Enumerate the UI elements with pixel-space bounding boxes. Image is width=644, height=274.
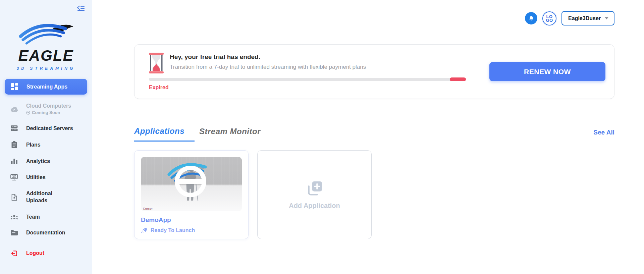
sidebar-item-analytics[interactable]: Analytics	[0, 155, 92, 167]
sidebar-item-streaming-apps[interactable]: Streaming Apps	[5, 79, 87, 95]
applications-grid: Cursor DemoApp Ready To Launch Add A	[134, 150, 614, 239]
avatar-text: LOGO	[545, 15, 554, 22]
sidebar-item-label: Analytics	[26, 158, 50, 164]
file-upload-icon	[10, 194, 18, 201]
launch-ring-icon	[175, 166, 206, 197]
sidebar-item-label: Additional Uploads	[26, 190, 66, 204]
trial-subtitle: Transition from a 7-day trial to unlimit…	[170, 64, 366, 70]
sidebar-nav: Streaming Apps Cloud Computers Coming So…	[0, 79, 92, 260]
topbar: LOGO Eagle3Duser	[134, 11, 614, 25]
coming-soon-label: Coming Soon	[32, 110, 60, 115]
collapse-sidebar-icon[interactable]	[76, 5, 85, 13]
logout-label: Logout	[26, 250, 44, 256]
brand-wordmark: EAGLE	[0, 47, 92, 64]
layers-plus-icon	[306, 180, 324, 198]
sidebar: EAGLE 3D STREAMING Streaming Apps Cloud …	[0, 0, 92, 274]
sidebar-item-plans[interactable]: Plans	[0, 139, 92, 151]
see-all-link[interactable]: See All	[593, 129, 614, 141]
clipboard-icon	[10, 141, 18, 148]
sidebar-item-documentation[interactable]: Documentation	[0, 227, 92, 238]
server-stack-icon	[10, 125, 18, 131]
sidebar-item-team[interactable]: Team	[0, 211, 92, 223]
hourglass-icon	[149, 53, 164, 73]
username: Eagle3Duser	[568, 15, 601, 21]
app-thumbnail: Cursor	[141, 157, 242, 211]
sidebar-item-label: Plans	[26, 142, 41, 148]
bell-icon	[528, 15, 534, 21]
add-application-card[interactable]: Add Application	[257, 150, 372, 239]
trial-status-label: Expired	[149, 85, 466, 91]
brand-logo: EAGLE 3D STREAMING	[0, 17, 92, 71]
notifications-button[interactable]	[525, 12, 537, 24]
sidebar-item-label: Streaming Apps	[26, 84, 67, 90]
avatar[interactable]: LOGO	[542, 11, 556, 25]
people-group-icon	[10, 214, 18, 220]
app-card-demoapp[interactable]: Cursor DemoApp Ready To Launch	[134, 150, 249, 239]
trial-banner-info: Hey, your free trial has ended. Transiti…	[149, 53, 466, 91]
coming-soon-icon	[26, 111, 30, 115]
tab-applications[interactable]: Applications	[134, 126, 195, 142]
app-status-label: Ready To Launch	[151, 227, 195, 233]
sidebar-item-logout[interactable]: Logout	[0, 247, 92, 260]
sidebar-item-label: Cloud Computers	[26, 103, 71, 109]
sidebar-item-label: Documentation	[26, 230, 65, 236]
sidebar-item-utilities[interactable]: Utilities	[0, 171, 92, 183]
user-menu-button[interactable]: Eagle3Duser	[561, 11, 614, 25]
rocket-icon	[141, 227, 147, 233]
renew-now-button[interactable]: RENEW NOW	[489, 62, 605, 81]
tab-bar: Applications Stream Monitor See All	[134, 126, 614, 141]
add-application-label: Add Application	[289, 202, 340, 210]
cloud-check-icon	[10, 106, 18, 112]
monitor-arrows-icon	[10, 174, 18, 180]
main-content: LOGO Eagle3Duser Hey, y	[92, 0, 644, 274]
app-status: Ready To Launch	[141, 227, 242, 233]
trial-title: Hey, your free trial has ended.	[170, 53, 366, 61]
brand-tagline: 3D STREAMING	[0, 66, 92, 71]
sidebar-item-dedicated-servers[interactable]: Dedicated Servers	[0, 122, 92, 134]
sidebar-item-label: Utilities	[26, 174, 46, 180]
sidebar-item-label: Dedicated Servers	[26, 125, 73, 131]
folder-icon	[10, 230, 18, 235]
tab-stream-monitor[interactable]: Stream Monitor	[199, 127, 261, 141]
trial-progress-tip	[450, 77, 466, 81]
eagle-logo-icon	[12, 17, 79, 47]
sidebar-item-label: Team	[26, 214, 40, 220]
trial-banner: Hey, your free trial has ended. Transiti…	[134, 44, 614, 99]
dashboard-grid-icon	[10, 83, 18, 90]
chevron-down-icon	[605, 17, 608, 19]
sidebar-item-cloud-computers: Cloud Computers Coming Soon	[0, 100, 92, 118]
logout-icon	[10, 250, 18, 257]
trial-progress-bar	[149, 78, 466, 81]
bar-chart-icon	[10, 158, 18, 164]
sidebar-item-additional-uploads[interactable]: Additional Uploads	[0, 187, 92, 207]
thumbnail-caption: Cursor	[143, 207, 153, 210]
app-name: DemoApp	[141, 216, 242, 224]
